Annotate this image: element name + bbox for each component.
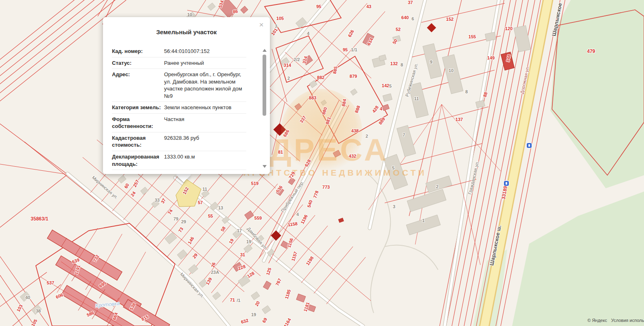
popup-scrollbar[interactable] <box>262 49 267 168</box>
popup-fields: Кад. номер: 56:44:0101007:152 Статус: Ра… <box>112 46 246 170</box>
field-label: Статус: <box>112 59 164 67</box>
popup-field-row: Адрес: Оренбургская обл., г. Оренбург, у… <box>112 69 246 102</box>
field-label: Кадастровая стоимость: <box>112 134 164 149</box>
field-label: Категория земель: <box>112 104 164 111</box>
close-icon[interactable]: × <box>258 21 265 29</box>
popup-field-row: Форма собственности: Частная <box>112 114 246 132</box>
field-value: Ранее учтенный <box>164 59 246 67</box>
map-attribution: © ЯндексУсловия исполь <box>587 318 644 323</box>
popup-field-row: Кадастровая стоимость: 926328.36 руб <box>112 132 246 151</box>
map-canvas[interactable] <box>0 0 644 326</box>
scroll-down-icon[interactable] <box>263 165 267 168</box>
popup-field-row: Декларированная площадь: 1333.00 кв.м <box>112 151 246 170</box>
copyright-text[interactable]: © Яндекс <box>587 318 607 323</box>
scroll-up-icon[interactable] <box>263 49 267 52</box>
popup-title: Земельный участок <box>103 29 270 35</box>
cadastral-map-app: АДРЕСА АГЕНТСТВО НЕДВИЖИМОСТИ 5348610105… <box>0 0 644 326</box>
terms-link[interactable]: Условия исполь <box>611 318 644 323</box>
field-value: Оренбургская обл., г. Оренбург, ул. Дамб… <box>164 71 246 99</box>
field-value: Земли населенных пунктов <box>164 104 246 111</box>
scrollbar-thumb[interactable] <box>263 55 266 116</box>
field-value: 1333.00 кв.м <box>164 153 246 167</box>
field-label: Адрес: <box>112 71 164 99</box>
field-label: Кад. номер: <box>112 48 164 55</box>
popup-field-row: Кад. номер: 56:44:0101007:152 <box>112 46 246 57</box>
field-value: Частная <box>164 116 246 130</box>
parcel-info-popup: × Земельный участок Кад. номер: 56:44:01… <box>103 17 270 174</box>
popup-field-row: Категория земель: Земли населенных пункт… <box>112 102 246 114</box>
field-value: 926328.36 руб <box>164 134 246 149</box>
field-label: Декларированная площадь: <box>112 153 164 167</box>
popup-field-row: Статус: Ранее учтенный <box>112 57 246 69</box>
field-label: Форма собственности: <box>112 116 164 130</box>
field-value: 56:44:0101007:152 <box>164 48 246 55</box>
